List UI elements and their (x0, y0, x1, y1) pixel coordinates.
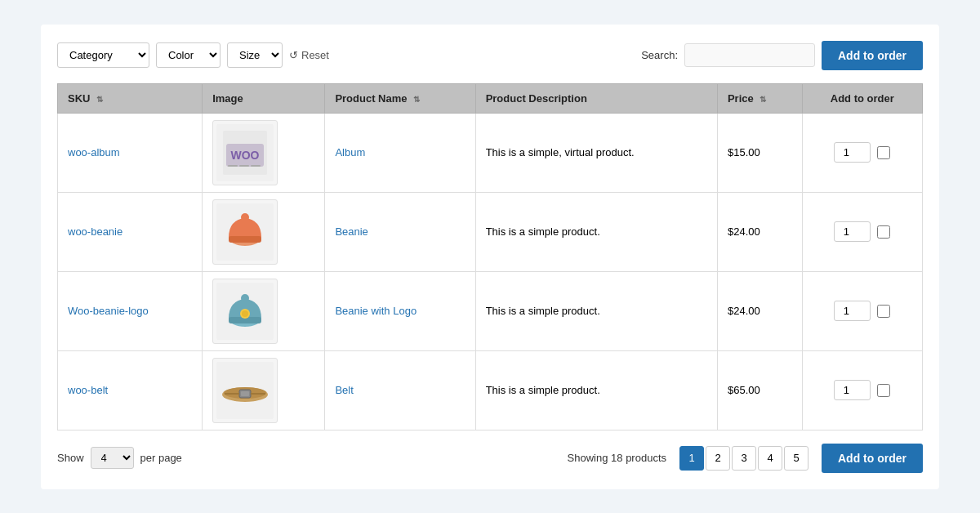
price-text-beanie: $24.00 (728, 225, 760, 238)
name-cell-beanie: Beanie (325, 192, 475, 271)
product-name-sort-icon: ⇅ (413, 95, 420, 104)
product-image-beanie (212, 199, 278, 265)
page-2-button[interactable]: 2 (706, 446, 730, 471)
page-4-button[interactable]: 4 (758, 446, 782, 471)
desc-text-beanie-logo: This is a simple product. (486, 305, 600, 317)
name-cell-belt: Belt (325, 350, 475, 430)
add-order-cell-belt (802, 350, 922, 430)
checkbox-beanie[interactable] (877, 225, 890, 239)
product-image-beanie-logo (212, 279, 278, 344)
sku-sort-icon: ⇅ (96, 95, 103, 104)
products-table: SKU ⇅ Image Product Name ⇅ Product Descr… (57, 83, 923, 430)
search-label: Search: (641, 49, 678, 61)
svg-point-16 (242, 310, 248, 317)
sku-cell: woo-album (58, 113, 203, 192)
page-3-button[interactable]: 3 (732, 446, 756, 471)
col-product-name[interactable]: Product Name ⇅ (325, 83, 475, 113)
col-description: Product Description (475, 83, 717, 113)
footer: Show 4 8 12 24 per page Showing 18 produ… (57, 444, 923, 473)
page-1-button[interactable]: 1 (679, 446, 704, 471)
product-image-belt (212, 358, 278, 423)
color-select[interactable]: Color Blue Red Green (156, 42, 220, 68)
main-container: Category Music Clothing Accessories Colo… (41, 25, 939, 489)
col-add-order: Add to order (802, 83, 922, 113)
showing-text: Showing 18 products (568, 452, 666, 464)
sku-cell: woo-belt (58, 350, 203, 430)
image-cell-album: WOO (203, 113, 325, 192)
search-section: Search: (641, 43, 815, 67)
desc-cell-album: This is a simple, virtual product. (475, 113, 717, 192)
add-order-cell-beanie-logo (802, 271, 922, 350)
product-name-link-belt[interactable]: Belt (335, 384, 353, 396)
name-cell-beanie-logo: Beanie with Logo (325, 271, 475, 350)
toolbar: Category Music Clothing Accessories Colo… (57, 41, 923, 70)
col-sku[interactable]: SKU ⇅ (58, 83, 203, 113)
sku-link-beanie-logo[interactable]: Woo-beanie-logo (68, 305, 149, 317)
add-order-button-bottom[interactable]: Add to order (822, 444, 923, 473)
search-input[interactable] (684, 43, 815, 67)
size-select[interactable]: Size S M L XL (227, 42, 283, 68)
qty-input-belt[interactable] (834, 380, 871, 400)
col-description-label: Product Description (486, 92, 587, 105)
product-name-link-beanie-logo[interactable]: Beanie with Logo (335, 305, 416, 317)
sku-link-belt[interactable]: woo-belt (68, 384, 108, 396)
add-order-cell-beanie (802, 192, 922, 271)
qty-input-album[interactable] (834, 142, 871, 163)
reset-icon: ↺ (289, 49, 298, 61)
qty-input-beanie[interactable] (834, 221, 871, 242)
col-price-label: Price (728, 92, 754, 105)
col-price[interactable]: Price ⇅ (717, 83, 802, 113)
add-order-cell-album (802, 113, 922, 192)
svg-point-14 (241, 294, 249, 302)
svg-rect-6 (251, 165, 261, 167)
table-row: Woo-beanie-logo (58, 271, 923, 350)
price-cell-beanie: $24.00 (717, 192, 802, 271)
svg-rect-21 (241, 391, 249, 396)
name-cell-album: Album (325, 113, 475, 192)
per-page-text: per page (140, 452, 182, 464)
price-text-beanie-logo: $24.00 (728, 305, 760, 317)
col-image-label: Image (212, 92, 243, 105)
desc-cell-beanie: This is a simple product. (475, 192, 717, 271)
add-order-button-top[interactable]: Add to order (822, 41, 923, 70)
col-add-order-label: Add to order (831, 92, 894, 105)
checkbox-album[interactable] (877, 146, 890, 159)
price-cell-belt: $65.00 (717, 350, 802, 430)
product-name-link-album[interactable]: Album (335, 146, 365, 158)
sku-link-album[interactable]: woo-album (68, 146, 120, 158)
svg-text:WOO: WOO (231, 149, 260, 162)
price-cell-album: $15.00 (717, 113, 802, 192)
svg-point-10 (241, 213, 249, 221)
checkbox-belt[interactable] (877, 384, 890, 397)
col-product-name-label: Product Name (335, 92, 407, 105)
sku-cell: woo-beanie (58, 192, 203, 271)
table-row: woo-album WOO (58, 113, 923, 192)
add-order-col-album (813, 142, 912, 163)
reset-label: Reset (301, 49, 329, 61)
category-select[interactable]: Category Music Clothing Accessories (57, 42, 149, 68)
checkbox-beanie-logo[interactable] (877, 305, 890, 318)
per-page-select[interactable]: 4 8 12 24 (91, 447, 134, 469)
page-5-button[interactable]: 5 (784, 446, 808, 471)
show-label: Show (57, 452, 84, 464)
qty-input-beanie-logo[interactable] (834, 301, 871, 321)
desc-text-album: This is a simple, virtual product. (486, 146, 635, 158)
price-text-belt: $65.00 (728, 384, 760, 396)
sku-link-beanie[interactable]: woo-beanie (68, 225, 122, 238)
sku-cell: Woo-beanie-logo (58, 271, 203, 350)
add-order-col-beanie (813, 221, 912, 242)
product-name-link-beanie[interactable]: Beanie (335, 225, 368, 238)
price-sort-icon: ⇅ (760, 95, 766, 104)
svg-rect-5 (239, 165, 249, 167)
col-image: Image (203, 83, 325, 113)
table-header-row: SKU ⇅ Image Product Name ⇅ Product Descr… (58, 83, 923, 113)
add-order-col-beanie-logo (813, 301, 912, 321)
price-cell-beanie-logo: $24.00 (717, 271, 802, 350)
desc-cell-beanie-logo: This is a simple product. (475, 271, 717, 350)
price-text-album: $15.00 (728, 146, 760, 158)
desc-text-belt: This is a simple product. (486, 384, 600, 396)
svg-rect-4 (228, 165, 238, 167)
reset-button[interactable]: ↺ Reset (289, 49, 329, 61)
pagination: 1 2 3 4 5 (679, 446, 808, 471)
table-row: woo-belt (58, 350, 923, 430)
